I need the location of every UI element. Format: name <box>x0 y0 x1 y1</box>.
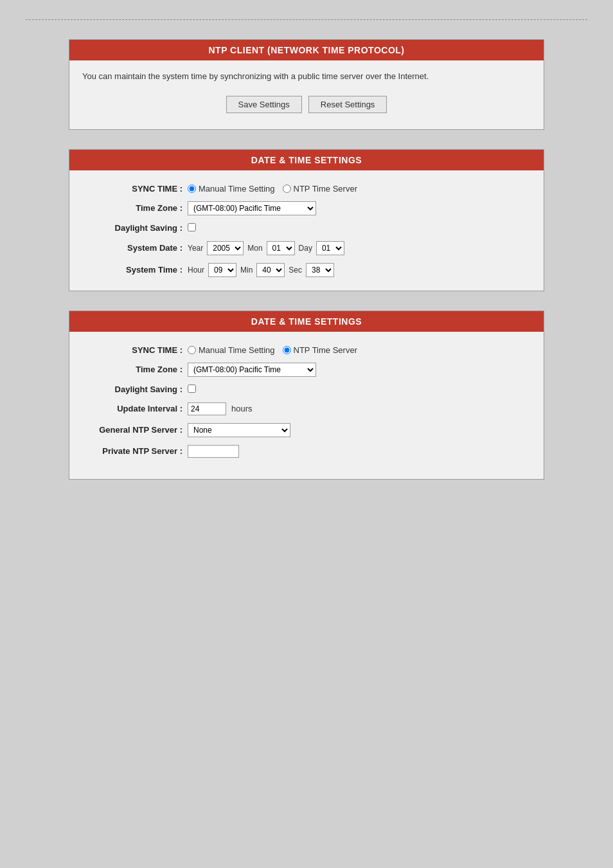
ntp-time-radio-2[interactable] <box>283 346 291 354</box>
private-ntp-row: Private NTP Server : <box>82 441 531 462</box>
update-interval-row: Update Interval : hours <box>82 399 531 419</box>
sync-time-radio-group-manual: Manual Time Setting NTP Time Server <box>188 184 528 194</box>
min-label: Min <box>240 266 253 275</box>
time-zone-row-manual: Time Zone : (GMT-08:00) Pacific Time <box>82 197 531 219</box>
day-label: Day <box>299 244 312 253</box>
date-time-ntp-header: DATE & TIME SETTINGS <box>69 311 544 332</box>
page-wrapper: NTP CLIENT (NETWORK TIME PROTOCOL) You c… <box>13 13 600 505</box>
date-time-manual-header: DATE & TIME SETTINGS <box>69 150 544 170</box>
manual-time-radio-label-ntp[interactable]: Manual Time Setting <box>188 345 275 355</box>
time-zone-label-manual: Time Zone : <box>82 197 185 219</box>
system-time-row: System Time : Hour 09 101112 Min 40 <box>82 259 531 281</box>
daylight-saving-checkbox-ntp[interactable] <box>188 384 196 393</box>
ntp-buttons-row: Save Settings Reset Settings <box>82 96 531 113</box>
system-date-row: System Date : Year 2005 2006 2007 2008 <box>82 237 531 259</box>
manual-time-text: Manual Time Setting <box>199 184 275 194</box>
private-ntp-value <box>185 441 531 462</box>
sync-time-label-ntp: SYNC TIME : <box>82 341 185 359</box>
year-select[interactable]: 2005 2006 2007 2008 <box>207 241 244 255</box>
sync-time-radio-group-ntp: Manual Time Setting NTP Time Server <box>188 345 528 355</box>
system-date-label: System Date : <box>82 237 185 259</box>
manual-time-radio-ntp[interactable] <box>188 346 196 354</box>
update-interval-value: hours <box>185 399 531 419</box>
date-time-manual-body: SYNC TIME : Manual Time Setting NTP Time… <box>69 170 544 291</box>
general-ntp-label: General NTP Server : <box>82 419 185 441</box>
system-date-controls: Year 2005 2006 2007 2008 Mon 010203 <box>188 241 528 255</box>
min-select[interactable]: 40 0010203050 <box>256 263 285 277</box>
general-ntp-row: General NTP Server : None pool.ntp.org t… <box>82 419 531 441</box>
time-zone-select-manual[interactable]: (GMT-08:00) Pacific Time <box>188 201 316 215</box>
time-zone-value-manual: (GMT-08:00) Pacific Time <box>185 197 531 219</box>
year-label: Year <box>188 244 203 253</box>
general-ntp-value: None pool.ntp.org time.nist.gov time.win… <box>185 419 531 441</box>
sec-label: Sec <box>289 266 302 275</box>
private-ntp-input[interactable] <box>188 445 239 458</box>
sync-time-label-manual: SYNC TIME : <box>82 180 185 197</box>
hour-select[interactable]: 09 101112 <box>208 263 236 277</box>
system-time-label: System Time : <box>82 259 185 281</box>
update-interval-input[interactable] <box>188 402 226 415</box>
time-zone-row-ntp: Time Zone : (GMT-08:00) Pacific Time <box>82 359 531 381</box>
sync-time-row-ntp: SYNC TIME : Manual Time Setting NTP Time… <box>82 341 531 359</box>
sync-time-value-ntp: Manual Time Setting NTP Time Server <box>185 341 531 359</box>
top-divider <box>26 19 587 20</box>
reset-settings-button[interactable]: Reset Settings <box>308 96 387 113</box>
system-time-controls: Hour 09 101112 Min 40 0010203050 <box>188 263 528 277</box>
hour-label: Hour <box>188 266 204 275</box>
system-time-value: Hour 09 101112 Min 40 0010203050 <box>185 259 531 281</box>
manual-time-text-ntp: Manual Time Setting <box>199 345 275 355</box>
ntp-time-text-1: NTP Time Server <box>294 184 357 194</box>
update-interval-label: Update Interval : <box>82 399 185 419</box>
ntp-client-panel: NTP CLIENT (NETWORK TIME PROTOCOL) You c… <box>69 39 544 130</box>
mon-label: Mon <box>247 244 262 253</box>
update-interval-controls: hours <box>188 402 528 415</box>
ntp-time-radio-label-2[interactable]: NTP Time Server <box>283 345 357 355</box>
private-ntp-label: Private NTP Server : <box>82 441 185 462</box>
ntp-description: You can maintain the system time by sync… <box>82 70 531 83</box>
hours-label: hours <box>231 404 253 413</box>
spacer-row <box>82 462 531 469</box>
general-ntp-select[interactable]: None pool.ntp.org time.nist.gov time.win… <box>188 423 290 437</box>
sec-select[interactable]: 38 001020304050 <box>306 263 334 277</box>
date-time-manual-table: SYNC TIME : Manual Time Setting NTP Time… <box>82 180 531 281</box>
ntp-panel-body: You can maintain the system time by sync… <box>69 60 544 129</box>
day-select[interactable]: 010203 0405 <box>316 241 344 255</box>
ntp-panel-header: NTP CLIENT (NETWORK TIME PROTOCOL) <box>69 40 544 60</box>
ntp-time-text-2: NTP Time Server <box>294 345 357 355</box>
manual-time-radio-label[interactable]: Manual Time Setting <box>188 184 275 194</box>
time-zone-value-ntp: (GMT-08:00) Pacific Time <box>185 359 531 381</box>
date-time-panel-ntp: DATE & TIME SETTINGS SYNC TIME : Manual … <box>69 311 544 480</box>
daylight-saving-row-manual: Daylight Saving : <box>82 219 531 237</box>
daylight-saving-value-ntp <box>185 381 531 399</box>
daylight-saving-checkbox-manual[interactable] <box>188 223 196 231</box>
sync-time-value-manual: Manual Time Setting NTP Time Server <box>185 180 531 197</box>
system-date-value: Year 2005 2006 2007 2008 Mon 010203 <box>185 237 531 259</box>
daylight-saving-label-ntp: Daylight Saving : <box>82 381 185 399</box>
daylight-saving-label-manual: Daylight Saving : <box>82 219 185 237</box>
time-zone-select-ntp[interactable]: (GMT-08:00) Pacific Time <box>188 363 316 377</box>
manual-time-radio[interactable] <box>188 185 196 193</box>
date-time-ntp-table: SYNC TIME : Manual Time Setting NTP Time… <box>82 341 531 469</box>
daylight-saving-value-manual <box>185 219 531 237</box>
save-settings-button[interactable]: Save Settings <box>226 96 302 113</box>
ntp-time-radio-label-1[interactable]: NTP Time Server <box>283 184 357 194</box>
date-time-panel-manual: DATE & TIME SETTINGS SYNC TIME : Manual … <box>69 149 544 291</box>
daylight-saving-row-ntp: Daylight Saving : <box>82 381 531 399</box>
sync-time-row-manual: SYNC TIME : Manual Time Setting NTP Time… <box>82 180 531 197</box>
date-time-ntp-body: SYNC TIME : Manual Time Setting NTP Time… <box>69 332 544 479</box>
mon-select[interactable]: 010203 040506 070809 101112 <box>267 241 295 255</box>
ntp-time-radio-1[interactable] <box>283 185 291 193</box>
time-zone-label-ntp: Time Zone : <box>82 359 185 381</box>
